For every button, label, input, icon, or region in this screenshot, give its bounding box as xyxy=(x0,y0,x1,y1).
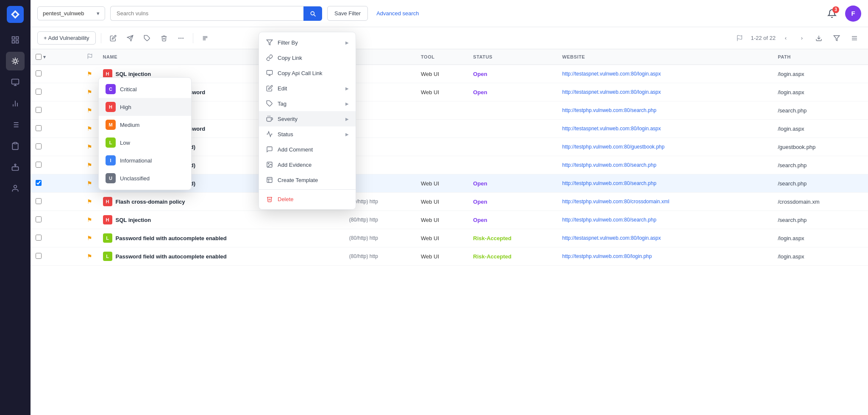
row-expand-cell xyxy=(51,193,67,211)
avatar[interactable]: F xyxy=(845,6,861,22)
row-website-cell: http://testaspnet.vulnweb.com:80/login.a… xyxy=(557,65,773,83)
menu-item-copy-link[interactable]: Copy Link xyxy=(259,50,356,65)
row-path-cell: /login.aspx xyxy=(773,83,868,101)
severity-low[interactable]: L Low xyxy=(99,134,191,151)
select-all-checkbox[interactable] xyxy=(36,54,42,60)
row-path-cell: /search.php xyxy=(773,156,868,174)
row-status-cell xyxy=(468,120,557,138)
menu-item-status[interactable]: Status ▶ xyxy=(259,126,356,142)
severity-critical[interactable]: C Critical xyxy=(99,80,191,98)
next-page-button[interactable]: › xyxy=(796,32,808,44)
row-tool-cell xyxy=(416,101,468,120)
view-toggle-button[interactable] xyxy=(848,31,861,45)
row-path-cell: /login.aspx xyxy=(773,120,868,138)
row-tool-cell: Web UI xyxy=(416,83,468,101)
status-menu-icon xyxy=(266,130,273,138)
more-icon-button[interactable] xyxy=(174,31,188,45)
row-status-cell xyxy=(468,101,557,120)
sidebar-item-monitor[interactable] xyxy=(6,73,25,92)
row-port-cell: (80/http) http xyxy=(344,211,416,229)
row-severity-cell: L Password field with autocomplete enabl… xyxy=(98,229,344,247)
sidebar-item-clipboard[interactable] xyxy=(6,137,25,155)
svg-point-23 xyxy=(14,185,17,188)
vuln-name[interactable]: SQL injection xyxy=(116,71,151,77)
row-website-cell: http://testaspnet.vulnweb.com:80/login.a… xyxy=(557,229,773,247)
severity-badge: L xyxy=(103,252,112,261)
row-checkbox[interactable] xyxy=(36,235,42,241)
row-checkbox[interactable] xyxy=(36,253,42,259)
toolbar-divider-1 xyxy=(101,33,101,43)
edit-menu-icon xyxy=(266,84,273,92)
menu-item-create-template[interactable]: Create Template xyxy=(259,172,356,188)
row-checkbox[interactable] xyxy=(36,180,42,186)
flag-icon: ⚑ xyxy=(87,180,92,187)
columns-icon-button[interactable] xyxy=(198,31,212,45)
sidebar-item-bugs[interactable] xyxy=(6,52,25,70)
row-checkbox[interactable] xyxy=(36,216,42,222)
severity-informational[interactable]: I Informational xyxy=(99,151,191,169)
row-flag-cell: ⚑ xyxy=(82,138,98,156)
row-checkbox[interactable] xyxy=(36,143,42,149)
search-input[interactable] xyxy=(110,6,303,21)
sidebar-item-user[interactable] xyxy=(6,179,25,198)
row-checkbox[interactable] xyxy=(36,125,42,131)
link-icon xyxy=(266,54,273,62)
tag-icon-button[interactable] xyxy=(140,31,154,45)
menu-item-tag[interactable]: Tag ▶ xyxy=(259,96,356,111)
save-filter-button[interactable]: Save Filter xyxy=(327,6,368,21)
edit-icon-button[interactable] xyxy=(106,31,120,45)
search-button[interactable] xyxy=(303,6,322,21)
status-badge: Open xyxy=(473,199,487,205)
main-content: pentest_vulnweb ▾ Save Filter Advanced s… xyxy=(31,0,868,415)
send-icon-button[interactable] xyxy=(123,31,137,45)
row-tool-cell xyxy=(416,138,468,156)
vuln-name[interactable]: Flash cross-domain policy xyxy=(116,199,185,205)
flag-icon: ⚑ xyxy=(87,253,92,260)
flag-filter-button[interactable] xyxy=(733,31,746,45)
row-checkbox[interactable] xyxy=(36,162,42,168)
notification-button[interactable]: 3 xyxy=(824,6,840,22)
prev-page-button[interactable]: ‹ xyxy=(780,32,792,44)
delete-icon-button[interactable] xyxy=(157,31,171,45)
menu-item-delete[interactable]: Delete xyxy=(259,191,356,207)
status-badge: Open xyxy=(473,180,487,187)
toolbar-divider-2 xyxy=(193,33,193,43)
vuln-name[interactable]: Password field with autocomplete enabled xyxy=(116,253,227,260)
row-checkbox[interactable] xyxy=(36,198,42,204)
menu-item-add-evidence[interactable]: Add Evidence xyxy=(259,157,356,172)
menu-item-edit[interactable]: Edit ▶ xyxy=(259,81,356,96)
advanced-search-link[interactable]: Advanced search xyxy=(376,10,419,17)
row-severity-cell: H SQL injection xyxy=(98,211,344,229)
vuln-name[interactable]: Password field with autocomplete enabled xyxy=(116,235,227,241)
row-checkbox-cell xyxy=(31,138,51,156)
row-checkbox-cell xyxy=(31,83,51,101)
sidebar-item-list[interactable] xyxy=(6,115,25,134)
table-row: ⚑ L Password field with autocomplete ena… xyxy=(31,247,868,266)
download-icon xyxy=(815,35,822,42)
menu-item-filter-by[interactable]: Filter By ▶ xyxy=(259,35,356,50)
sidebar-item-dashboard[interactable] xyxy=(6,31,25,49)
row-checkbox[interactable] xyxy=(36,70,42,76)
sidebar-item-robot[interactable] xyxy=(6,158,25,177)
severity-high[interactable]: H High xyxy=(99,98,191,116)
app-logo[interactable] xyxy=(6,5,25,24)
menu-item-severity[interactable]: Severity ▶ xyxy=(259,111,356,126)
severity-unclassified[interactable]: U Unclassified xyxy=(99,169,191,187)
menu-item-copy-api-link[interactable]: Copy Api Call Link xyxy=(259,65,356,81)
row-sort-cell xyxy=(67,247,82,266)
filter-button[interactable] xyxy=(830,31,843,45)
svg-rect-6 xyxy=(12,79,19,84)
download-button[interactable] xyxy=(812,31,826,45)
severity-menu-icon xyxy=(266,115,273,123)
add-vulnerability-button[interactable]: + Add Vulnerability xyxy=(37,31,96,45)
sidebar-item-charts[interactable] xyxy=(6,94,25,113)
row-checkbox[interactable] xyxy=(36,107,42,113)
svg-rect-4 xyxy=(16,41,19,43)
svg-point-28 xyxy=(181,38,181,38)
severity-medium[interactable]: M Medium xyxy=(99,116,191,134)
vuln-name[interactable]: SQL injection xyxy=(116,217,151,223)
project-selector[interactable]: pentest_vulnweb ▾ xyxy=(37,6,105,20)
arrow-icon: ▶ xyxy=(345,117,349,121)
menu-item-add-comment[interactable]: Add Comment xyxy=(259,142,356,157)
row-checkbox[interactable] xyxy=(36,89,42,95)
